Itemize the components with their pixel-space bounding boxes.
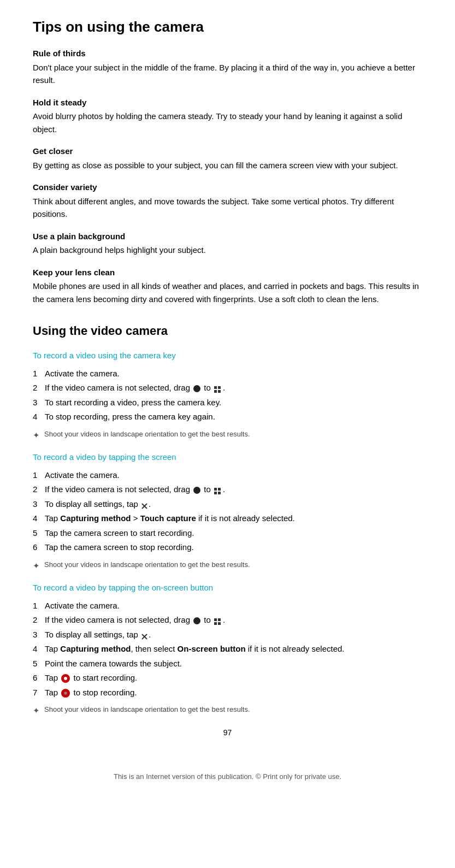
step-text: Tap the camera screen to start recording…	[45, 527, 422, 540]
steps-list-3: 1 Activate the camera. 2 If the video ca…	[33, 600, 422, 699]
step-text: Activate the camera.	[45, 600, 422, 612]
step-num: 1	[33, 600, 45, 612]
tip-get-closer: Get closer By getting as close as possib…	[33, 145, 422, 172]
video-section-3: To record a video by tapping the on-scre…	[33, 582, 422, 717]
step-num: 3	[33, 498, 45, 511]
subsection-title-2: To record a video by tapping the screen	[33, 451, 422, 464]
svg-rect-11	[218, 618, 221, 621]
video-section-2: To record a video by tapping the screen …	[33, 451, 422, 572]
step-1-1: 1 Activate the camera.	[33, 368, 422, 380]
svg-rect-4	[214, 488, 217, 491]
step-num: 2	[33, 614, 45, 627]
tip-note-1: ✦ Shoot your videos in landscape orienta…	[33, 429, 422, 442]
step-num: 5	[33, 658, 45, 670]
tip-title-5: Use a plain background	[33, 231, 422, 243]
step-3-5: 5 Point the camera towards the subject.	[33, 658, 422, 670]
tip-note-text-3: Shoot your videos in landscape orientati…	[44, 704, 250, 715]
step-2-5: 5 Tap the camera screen to start recordi…	[33, 527, 422, 540]
step-1-4: 4 To stop recording, press the camera ke…	[33, 411, 422, 423]
step-3-6: 6 Tap to start recording.	[33, 672, 422, 684]
step-text: Activate the camera.	[45, 368, 422, 380]
wrench-icon	[141, 501, 148, 508]
page-number: 97	[33, 727, 422, 739]
tip-note-text-1: Shoot your videos in landscape orientati…	[44, 429, 250, 440]
step-text: To display all settings, tap .	[45, 629, 422, 641]
footer-text: This is an Internet version of this publ…	[33, 771, 422, 782]
step-text: Tap Capturing method > Touch capture if …	[45, 512, 422, 525]
step-num: 2	[33, 483, 45, 496]
step-3-4: 4 Tap Capturing method, then select On-s…	[33, 643, 422, 656]
step-num: 3	[33, 397, 45, 409]
steps-list-2: 1 Activate the camera. 2 If the video ca…	[33, 469, 422, 554]
tip-body-6: Mobile phones are used in all kinds of w…	[33, 281, 419, 304]
tip-lens-clean: Keep your lens clean Mobile phones are u…	[33, 267, 422, 306]
step-num: 4	[33, 411, 45, 423]
step-num: 6	[33, 541, 45, 554]
step-2-6: 6 Tap the camera screen to stop recordin…	[33, 541, 422, 554]
tip-body-4: Think about different angles, and move t…	[33, 197, 394, 219]
step-text: Activate the camera.	[45, 469, 422, 482]
tip-note-2: ✦ Shoot your videos in landscape orienta…	[33, 559, 422, 572]
step-num: 3	[33, 629, 45, 641]
video-title: Using the video camera	[33, 322, 422, 340]
tip-rule-of-thirds: Rule of thirds Don't place your subject …	[33, 48, 422, 87]
step-text: If the video camera is not selected, dra…	[45, 382, 422, 394]
tip-title-1: Rule of thirds	[33, 48, 422, 60]
tip-note-3: ✦ Shoot your videos in landscape orienta…	[33, 704, 422, 717]
tip-title-3: Get closer	[33, 145, 422, 158]
tip-body-5: A plain background helps highlight your …	[33, 245, 206, 255]
step-text: Tap to stop recording.	[45, 687, 422, 699]
tip-body-2: Avoid blurry photos by holding the camer…	[33, 111, 403, 134]
step-3-3: 3 To display all settings, tap .	[33, 629, 422, 641]
video-section-1: To record a video using the camera key 1…	[33, 350, 422, 441]
step-num: 1	[33, 469, 45, 482]
step-text: To display all settings, tap .	[45, 498, 422, 511]
svg-rect-3	[218, 390, 221, 393]
circle-icon	[193, 385, 200, 392]
svg-rect-5	[218, 488, 221, 491]
grid-icon	[214, 385, 222, 392]
step-3-7: 7 Tap to stop recording.	[33, 687, 422, 699]
svg-rect-2	[214, 390, 217, 393]
svg-rect-10	[214, 618, 217, 621]
step-text: If the video camera is not selected, dra…	[45, 483, 422, 496]
step-2-2: 2 If the video camera is not selected, d…	[33, 483, 422, 496]
svg-rect-12	[214, 622, 217, 625]
svg-rect-7	[218, 492, 221, 494]
grid-icon	[214, 617, 222, 624]
circle-icon	[193, 487, 200, 494]
tip-body-1: Don't place your subject in the middle o…	[33, 63, 415, 85]
step-2-1: 1 Activate the camera.	[33, 469, 422, 482]
step-num: 4	[33, 512, 45, 525]
step-2-4: 4 Tap Capturing method > Touch capture i…	[33, 512, 422, 525]
svg-rect-0	[214, 386, 217, 389]
tip-consider-variety: Consider variety Think about different a…	[33, 181, 422, 221]
rec-stop-icon	[61, 689, 70, 698]
step-num: 4	[33, 643, 45, 656]
step-num: 6	[33, 672, 45, 684]
step-1-3: 3 To start recording a video, press the …	[33, 397, 422, 409]
svg-rect-13	[218, 622, 221, 625]
tip-plain-background: Use a plain background A plain backgroun…	[33, 231, 422, 257]
subsection-title-1: To record a video using the camera key	[33, 350, 422, 362]
step-text: Point the camera towards the subject.	[45, 658, 422, 670]
sun-icon: ✦	[33, 429, 40, 442]
steps-list-1: 1 Activate the camera. 2 If the video ca…	[33, 368, 422, 423]
wrench-icon	[141, 631, 148, 639]
tip-title-6: Keep your lens clean	[33, 267, 422, 279]
sun-icon: ✦	[33, 705, 40, 717]
step-num: 7	[33, 687, 45, 699]
tip-note-text-2: Shoot your videos in landscape orientati…	[44, 559, 250, 570]
tip-title-2: Hold it steady	[33, 97, 422, 109]
tip-hold-steady: Hold it steady Avoid blurry photos by ho…	[33, 97, 422, 136]
step-text: To stop recording, press the camera key …	[45, 411, 422, 423]
step-2-3: 3 To display all settings, tap .	[33, 498, 422, 511]
tips-list: Rule of thirds Don't place your subject …	[33, 48, 422, 305]
step-1-2: 2 If the video camera is not selected, d…	[33, 382, 422, 394]
step-3-1: 1 Activate the camera.	[33, 600, 422, 612]
step-text: If the video camera is not selected, dra…	[45, 614, 422, 627]
step-text: Tap Capturing method, then select On-scr…	[45, 643, 422, 656]
page-content: Tips on using the camera Rule of thirds …	[33, 16, 422, 782]
svg-rect-6	[214, 492, 217, 494]
step-num: 2	[33, 382, 45, 394]
